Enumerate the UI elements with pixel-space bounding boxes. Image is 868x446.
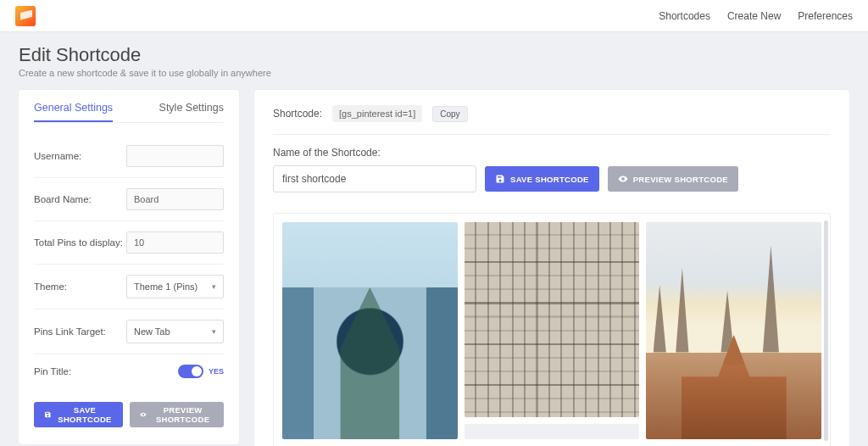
pins-preview	[273, 213, 831, 446]
save-icon	[44, 410, 52, 420]
preview-button-label: Preview Shortcode	[633, 175, 728, 184]
save-shortcode-button-main[interactable]: Save Shortcode	[485, 166, 599, 192]
shortcode-name-input[interactable]	[273, 165, 476, 192]
shortcode-value: [gs_pinterest id=1]	[332, 105, 422, 122]
pintitle-state: YES	[209, 367, 224, 376]
shortcode-label: Shortcode:	[273, 108, 322, 120]
page-header: Edit Shortcode Create a new shortcode & …	[19, 44, 849, 78]
totalpins-label: Total Pins to display:	[34, 237, 123, 248]
nav-create-new[interactable]: Create New	[727, 10, 781, 22]
preview-pin	[646, 222, 821, 439]
page-subtitle: Create a new shortcode & save it to use …	[19, 68, 849, 78]
target-label: Pins Link Target:	[34, 326, 106, 337]
preview-shortcode-button-main[interactable]: Preview Shortcode	[608, 166, 738, 192]
save-button-label: Save Shortcode	[510, 175, 589, 184]
totalpins-input[interactable]	[126, 231, 224, 254]
chevron-down-icon: ▾	[212, 282, 216, 291]
shortcode-name-label: Name of the Shortcode:	[273, 147, 831, 159]
preview-pin	[465, 222, 640, 417]
save-button-label: Save Shortcode	[57, 405, 114, 424]
username-input[interactable]	[126, 145, 224, 167]
target-select[interactable]: New Tab ▾	[126, 320, 224, 343]
page-title: Edit Shortcode	[19, 44, 849, 66]
username-label: Username:	[34, 151, 81, 161]
save-icon	[495, 174, 505, 184]
preview-pin	[465, 424, 640, 439]
save-shortcode-button[interactable]: Save Shortcode	[34, 402, 123, 427]
nav-preferences[interactable]: Preferences	[798, 10, 853, 22]
app-logo	[15, 6, 36, 26]
board-label: Board Name:	[34, 194, 92, 204]
target-select-value: New Tab	[134, 326, 170, 337]
tab-general[interactable]: General Settings	[34, 102, 113, 122]
settings-panel: General Settings Style Settings Username…	[19, 90, 239, 444]
chevron-down-icon: ▾	[212, 327, 216, 336]
board-input[interactable]	[126, 188, 224, 210]
copy-button[interactable]: Copy	[432, 106, 467, 122]
pintitle-label: Pin Title:	[34, 366, 71, 376]
nav-shortcodes[interactable]: Shortcodes	[659, 10, 710, 22]
topbar: Shortcodes Create New Preferences	[0, 0, 868, 32]
preview-pin	[282, 222, 458, 439]
top-nav: Shortcodes Create New Preferences	[659, 10, 853, 22]
pintitle-toggle[interactable]	[178, 365, 203, 378]
preview-shortcode-button[interactable]: Preview Shortcode	[130, 402, 224, 427]
theme-select-value: Theme 1 (Pins)	[134, 282, 198, 292]
eye-icon	[618, 174, 628, 184]
eye-icon	[140, 410, 147, 420]
tab-style[interactable]: Style Settings	[159, 102, 224, 122]
main-panel: Shortcode: [gs_pinterest id=1] Copy Name…	[254, 90, 849, 446]
preview-button-label: Preview Shortcode	[152, 405, 214, 424]
theme-label: Theme:	[34, 282, 67, 292]
theme-select[interactable]: Theme 1 (Pins) ▾	[126, 275, 224, 298]
